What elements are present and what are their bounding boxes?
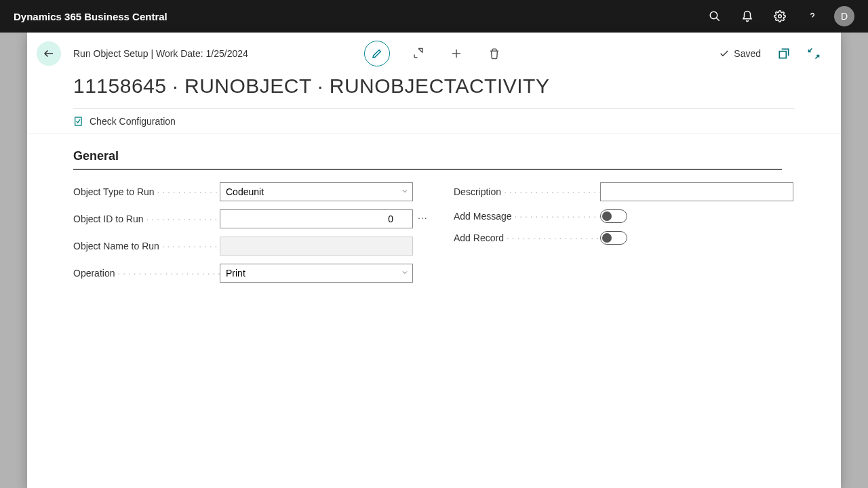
delete-icon[interactable] xyxy=(485,44,504,63)
input-object-type[interactable] xyxy=(220,182,413,201)
label-operation: Operation xyxy=(73,268,220,279)
svg-point-2 xyxy=(778,15,782,18)
collapse-icon[interactable] xyxy=(807,47,821,60)
new-icon[interactable] xyxy=(447,44,466,63)
page-title: 11158645 · RUNOBJECT · RUNOBJECTACTIVITY xyxy=(27,75,841,98)
svg-line-1 xyxy=(716,18,719,21)
check-configuration-icon xyxy=(73,116,84,127)
toggle-add-message[interactable] xyxy=(600,209,627,223)
label-object-name: Object Name to Run xyxy=(73,241,220,251)
check-configuration-label: Check Configuration xyxy=(90,116,176,127)
avatar[interactable]: D xyxy=(834,6,854,26)
label-add-message: Add Message xyxy=(454,211,600,222)
edit-button[interactable] xyxy=(364,41,390,66)
saved-label: Saved xyxy=(734,48,761,59)
check-configuration-button[interactable]: Check Configuration xyxy=(73,116,176,127)
gear-icon[interactable] xyxy=(764,0,796,33)
share-icon[interactable] xyxy=(409,44,428,63)
label-add-record: Add Record xyxy=(454,232,600,243)
svg-point-0 xyxy=(710,12,717,19)
saved-status: Saved xyxy=(719,48,761,59)
input-operation[interactable] xyxy=(220,264,413,283)
label-object-id: Object ID to Run xyxy=(73,214,220,224)
product-name: Dynamics 365 Business Central xyxy=(14,11,167,22)
help-icon[interactable] xyxy=(796,0,829,33)
svg-rect-7 xyxy=(779,52,786,58)
page-card: Run Object Setup | Work Date: 1/25/2024 … xyxy=(27,33,841,488)
section-general: General xyxy=(73,149,782,170)
input-object-id[interactable] xyxy=(220,209,413,228)
search-icon[interactable] xyxy=(698,0,731,33)
input-description[interactable] xyxy=(600,182,793,201)
lookup-icon[interactable]: ··· xyxy=(418,212,428,223)
popout-icon[interactable] xyxy=(777,47,791,60)
breadcrumb: Run Object Setup | Work Date: 1/25/2024 xyxy=(73,48,248,59)
input-object-name xyxy=(220,237,413,256)
notifications-icon[interactable] xyxy=(731,0,764,33)
toggle-add-record[interactable] xyxy=(600,231,627,245)
back-button[interactable] xyxy=(37,41,61,66)
label-object-type: Object Type to Run xyxy=(73,186,220,197)
label-description: Description xyxy=(454,186,600,197)
